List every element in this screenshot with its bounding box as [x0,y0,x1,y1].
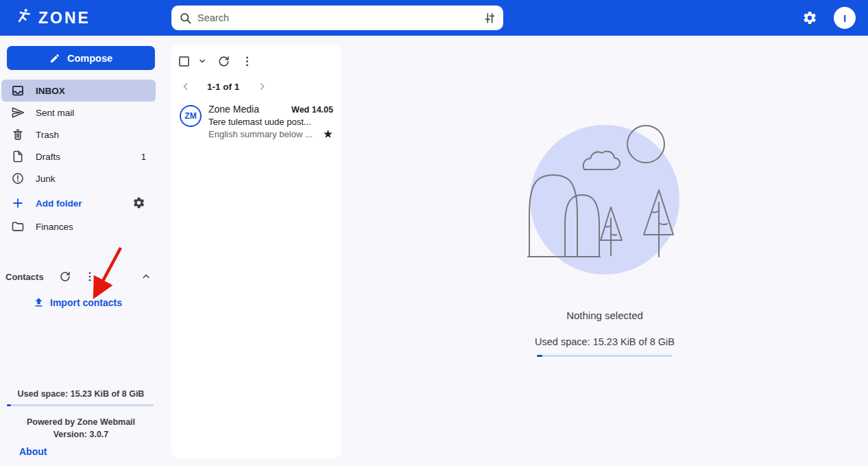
main-usage-progressbar [537,355,673,357]
sidebar-used-space: Used space: 15.23 KiB of 8 GiB [0,389,162,399]
sidebar-item-sent[interactable]: Sent mail [1,102,156,124]
main-used-space: Used space: 15.23 KiB of 8 GiB [535,336,675,347]
brand-name: zone [38,9,91,27]
drafts-count-badge: 1 [141,152,146,162]
star-icon[interactable]: ★ [323,128,333,140]
contacts-more-icon[interactable] [84,270,96,283]
pagination-label: 1-1 of 1 [207,82,239,92]
upload-icon [33,296,45,308]
sidebar-item-trash[interactable]: Trash [1,124,156,145]
search-input[interactable] [197,12,483,23]
powered-by-text: Powered by Zone Webmail [0,416,162,428]
email-date: Wed 14.05 [291,105,333,115]
refresh-icon[interactable] [217,54,230,68]
contacts-header: Contacts [0,266,162,287]
prev-page-icon[interactable] [180,80,192,93]
contacts-refresh-icon[interactable] [59,270,71,283]
empty-state-title: Nothing selected [566,310,643,321]
sidebar-item-label: Trash [36,130,59,140]
email-list-item[interactable]: ZM Zone Media Wed 14.05 Tere tulemast uu… [171,98,341,147]
sender-avatar: ZM [180,105,202,127]
runner-icon [15,8,33,28]
plus-icon [11,196,25,210]
email-list-panel: 1-1 of 1 ZM Zone Media Wed 14.05 Tere tu… [171,45,341,458]
search-bar[interactable] [171,5,503,30]
sidebar-item-label: Finances [36,222,73,232]
select-dropdown-icon[interactable] [195,54,209,68]
send-icon [11,106,25,119]
sidebar-item-inbox[interactable]: INBOX [1,80,156,102]
folder-settings-gear-icon[interactable] [132,196,146,210]
search-icon [178,11,192,25]
add-folder-label: Add folder [36,198,82,209]
list-more-icon[interactable] [240,54,254,68]
sidebar-item-junk[interactable]: Junk [1,167,156,189]
email-preview: English summary below ... [208,129,313,139]
contacts-title: Contacts [5,272,44,282]
search-filter-icon[interactable] [483,11,496,25]
reading-pane: Nothing selected Used space: 15.23 KiB o… [341,36,868,466]
compose-label: Compose [67,53,112,64]
version-text: Version: 3.0.7 [0,428,162,441]
sidebar-item-label: INBOX [36,86,65,96]
email-sender: Zone Media [208,104,259,115]
sidebar-usage-fill [7,404,11,406]
list-toolbar [171,47,341,75]
sidebar-item-label: Drafts [36,152,60,162]
zone-logo[interactable]: zone [15,8,91,28]
import-contacts-label: Import contacts [50,297,122,308]
sidebar: Compose INBOX Sent mail Trash [0,36,162,466]
next-page-icon[interactable] [256,80,268,93]
about-link[interactable]: About [19,446,47,457]
draft-icon [11,150,25,163]
inbox-icon [11,84,25,97]
sidebar-usage-progressbar [7,404,154,406]
sidebar-item-label: Junk [36,174,56,184]
pencil-icon [49,53,60,64]
settings-gear-icon[interactable] [801,9,819,27]
add-folder-button[interactable]: Add folder [1,192,156,214]
main-usage-fill [537,355,542,357]
sidebar-item-finances[interactable]: Finances [1,215,156,237]
junk-icon [11,172,25,185]
empty-state-illustration [522,119,687,290]
email-subject: Tere tulemast uude post... [208,117,333,127]
app-header: zone I [0,0,868,36]
sidebar-item-label: Sent mail [36,108,74,118]
pagination: 1-1 of 1 [171,75,341,98]
folder-icon [11,220,25,233]
trash-icon [11,128,25,141]
user-avatar[interactable]: I [834,7,856,29]
select-all-checkbox[interactable] [179,56,189,67]
compose-button[interactable]: Compose [7,46,155,70]
import-contacts-button[interactable]: Import contacts [33,296,162,308]
contacts-collapse-icon[interactable] [140,270,152,283]
sidebar-item-drafts[interactable]: Drafts 1 [1,145,156,167]
